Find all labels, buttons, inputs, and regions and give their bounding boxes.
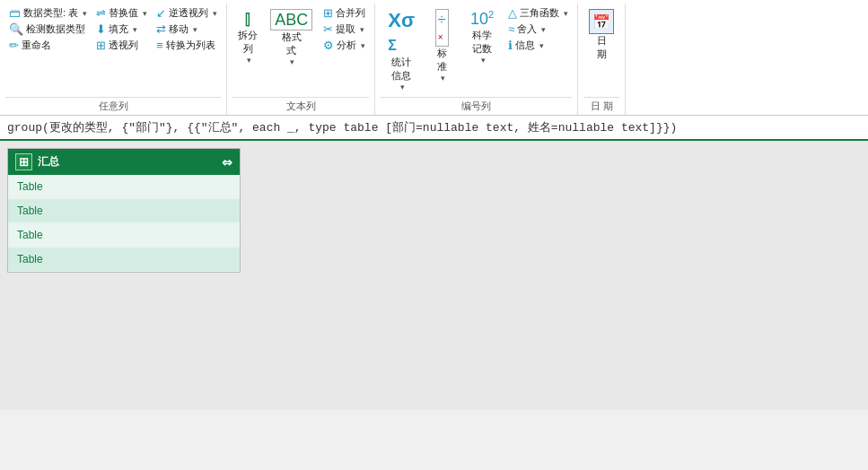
table-header-label: 汇总 [38, 154, 59, 170]
btn-detect-type[interactable]: 🔍 检测数据类型 [5, 22, 89, 37]
btn-format[interactable]: ABC 格式式 ▾ [265, 5, 318, 70]
btn-detect-type-label: 检测数据类型 [26, 22, 85, 36]
btn-move-label: 移动 [169, 22, 189, 36]
btn-to-list-label: 转换为列表 [166, 39, 215, 52]
btn-analyze[interactable]: ⚙ 分析 ▾ [320, 38, 369, 53]
extract-icon: ✂ [323, 22, 333, 36]
btn-scientific[interactable]: 102 科学记数 ▾ [461, 5, 503, 68]
btn-pivot-label: 透视列 [109, 39, 138, 52]
btn-round[interactable]: ≈ 舍入 ▾ [504, 22, 549, 37]
unpivot-dropdown: ▾ [213, 9, 217, 18]
btn-extract[interactable]: ✂ 提取 ▾ [320, 22, 368, 37]
btn-fill-label: 填充 [109, 22, 128, 36]
info-dropdown: ▾ [539, 41, 544, 50]
stats-dropdown: ▾ [400, 83, 405, 91]
date-col-title: 日 期 [583, 97, 619, 115]
btn-unpivot-label: 逆透视列 [169, 6, 208, 20]
table-header: ⊞ 汇总 ⇔ [8, 149, 240, 175]
arbitrary-col-left: 🗃 数据类型: 表 ▾ 🔍 检测数据类型 ✏ 重命名 [5, 5, 91, 53]
ribbon: 🗃 数据类型: 表 ▾ 🔍 检测数据类型 ✏ 重命名 ⇌ [0, 0, 868, 116]
text-col-right: ⊞ 合并列 ✂ 提取 ▾ ⚙ 分析 ▾ [320, 5, 369, 53]
btn-merge-col[interactable]: ⊞ 合并列 [320, 5, 369, 21]
btn-standard-label: 标准 [437, 47, 447, 74]
number-col-title: 编号列 [381, 97, 572, 115]
btn-unpivot[interactable]: ↙ 逆透视列 ▾ [153, 5, 221, 21]
number-col-content: ΧσΣ 统计信息 ▾ ÷× 标准 ▾ 102 科学记数 ▾ △ [381, 5, 572, 95]
standard-dropdown: ▾ [441, 74, 445, 83]
date-icon: 📅 [589, 9, 614, 34]
table-panel: ⊞ 汇总 ⇔ TableTableTableTable [7, 148, 241, 273]
table-header-icon: ⊞ [15, 153, 32, 170]
table-row[interactable]: Table [8, 248, 240, 272]
formula-text: group(更改的类型, {"部门"}, {{"汇总", each _, typ… [7, 121, 677, 135]
replace-dropdown: ▾ [143, 9, 147, 18]
format-icon: ABC [270, 9, 312, 30]
btn-round-label: 舍入 [517, 22, 537, 36]
date-col-content: 📅 日期 [583, 5, 619, 95]
btn-data-type[interactable]: 🗃 数据类型: 表 ▾ [5, 5, 91, 21]
pivot-icon: ⊞ [96, 39, 106, 52]
arbitrary-col-content: 🗃 数据类型: 表 ▾ 🔍 检测数据类型 ✏ 重命名 ⇌ [5, 5, 221, 95]
rename-icon: ✏ [9, 39, 19, 52]
table-rows: TableTableTableTable [8, 175, 240, 272]
split-col-dropdown: ▾ [247, 56, 251, 65]
btn-extract-label: 提取 [336, 22, 355, 36]
unpivot-icon: ↙ [156, 6, 166, 20]
btn-rename-label: 重命名 [22, 39, 51, 52]
to-list-icon: ≡ [156, 39, 163, 52]
btn-stats-label: 统计信息 [391, 56, 411, 83]
btn-to-list[interactable]: ≡ 转换为列表 [153, 38, 219, 53]
format-dropdown: ▾ [290, 57, 294, 66]
scientific-icon: 102 [470, 9, 494, 29]
data-type-icon: 🗃 [9, 6, 21, 20]
arbitrary-col-title: 任意列 [5, 97, 221, 115]
trig-icon: △ [508, 6, 517, 20]
replace-icon: ⇌ [96, 6, 106, 20]
btn-trig[interactable]: △ 三角函数 ▾ [504, 5, 572, 21]
analyze-dropdown: ▾ [361, 41, 365, 50]
arbitrary-col-right: ↙ 逆透视列 ▾ ⇄ 移动 ▾ ≡ 转换为列表 [153, 5, 221, 53]
btn-scientific-label: 科学记数 [472, 29, 492, 56]
trig-dropdown: ▾ [564, 9, 568, 18]
merge-col-icon: ⊞ [323, 6, 333, 20]
move-dropdown: ▾ [193, 25, 197, 34]
ribbon-groups: 🗃 数据类型: 表 ▾ 🔍 检测数据类型 ✏ 重命名 ⇌ [0, 4, 868, 115]
standard-icon: ÷× [435, 9, 449, 47]
btn-move[interactable]: ⇄ 移动 ▾ [153, 22, 201, 37]
ribbon-group-arbitrary-col: 🗃 数据类型: 表 ▾ 🔍 检测数据类型 ✏ 重命名 ⇌ [0, 4, 227, 115]
btn-standard[interactable]: ÷× 标准 ▾ [424, 5, 460, 86]
text-col-content: ⫿ 拆分列 ▾ ABC 格式式 ▾ ⊞ 合并列 ✂ 提取 [232, 5, 369, 95]
scientific-dropdown: ▾ [481, 56, 486, 65]
btn-date[interactable]: 📅 日期 [583, 5, 619, 65]
btn-rename[interactable]: ✏ 重命名 [5, 38, 55, 53]
formula-bar: group(更改的类型, {"部门"}, {{"汇总", each _, typ… [0, 116, 868, 141]
btn-merge-col-label: 合并列 [336, 6, 365, 20]
btn-info[interactable]: ℹ 信息 ▾ [504, 38, 548, 53]
ribbon-group-text-col: ⫿ 拆分列 ▾ ABC 格式式 ▾ ⊞ 合并列 ✂ 提取 [227, 4, 375, 115]
btn-format-label: 格式式 [282, 30, 302, 57]
main-content: ⊞ 汇总 ⇔ TableTableTableTable [0, 141, 868, 410]
table-row[interactable]: Table [8, 175, 240, 199]
move-icon: ⇄ [156, 22, 166, 36]
table-row[interactable]: Table [8, 199, 240, 223]
analyze-icon: ⚙ [323, 39, 334, 52]
btn-analyze-label: 分析 [337, 39, 356, 52]
expand-icon[interactable]: ⇔ [222, 155, 232, 170]
arbitrary-col-mid: ⇌ 替换值 ▾ ⬇ 填充 ▾ ⊞ 透视列 [92, 5, 151, 53]
number-col-right: △ 三角函数 ▾ ≈ 舍入 ▾ ℹ 信息 ▾ [504, 5, 572, 53]
btn-split-col[interactable]: ⫿ 拆分列 ▾ [232, 5, 263, 68]
stats-icon: ΧσΣ [388, 9, 415, 56]
btn-replace[interactable]: ⇌ 替换值 ▾ [92, 5, 151, 21]
ribbon-group-date-col: 📅 日期 日 期 [578, 4, 626, 115]
text-col-title: 文本列 [232, 97, 369, 115]
btn-fill[interactable]: ⬇ 填充 ▾ [92, 22, 141, 37]
btn-pivot[interactable]: ⊞ 透视列 [92, 38, 142, 53]
extract-dropdown: ▾ [360, 25, 364, 34]
btn-split-col-label: 拆分列 [238, 29, 258, 56]
btn-data-type-label: 数据类型: 表 [23, 6, 78, 20]
btn-trig-label: 三角函数 [520, 6, 559, 20]
table-row[interactable]: Table [8, 223, 240, 248]
split-col-icon: ⫿ [243, 9, 253, 29]
btn-stats[interactable]: ΧσΣ 统计信息 ▾ [381, 5, 422, 95]
fill-icon: ⬇ [96, 22, 106, 36]
